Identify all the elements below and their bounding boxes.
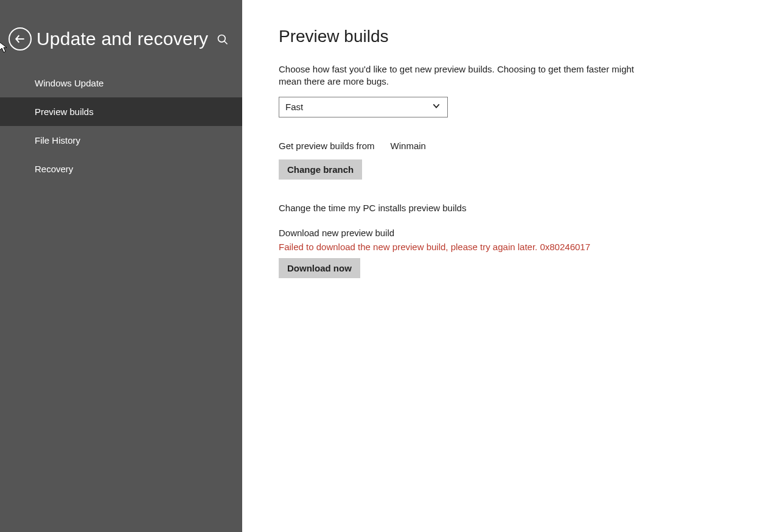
svg-line-1 <box>225 41 228 44</box>
sidebar-item-label: Windows Update <box>35 78 103 88</box>
build-speed-dropdown[interactable]: Fast <box>279 97 448 117</box>
search-icon <box>217 33 229 46</box>
sidebar-item-label: Preview builds <box>35 107 94 117</box>
search-button[interactable] <box>217 33 229 48</box>
build-speed-description: Choose how fast you'd like to get new pr… <box>279 63 644 88</box>
content-panel: Preview builds Choose how fast you'd lik… <box>242 0 680 532</box>
branch-label: Get preview builds from <box>279 141 375 151</box>
svg-point-0 <box>218 35 226 43</box>
sidebar-item-preview-builds[interactable]: Preview builds <box>0 97 242 126</box>
sidebar-item-file-history[interactable]: File History <box>0 126 242 155</box>
sidebar-title: Update and recovery <box>37 29 208 49</box>
sidebar-header: Update and recovery <box>0 0 242 69</box>
sidebar-nav: Windows Update Preview builds File Histo… <box>0 69 242 183</box>
chevron-down-icon <box>431 101 441 113</box>
branch-row: Get preview builds from Winmain <box>279 141 644 151</box>
download-now-button[interactable]: Download now <box>279 258 360 278</box>
download-error-message: Failed to download the new preview build… <box>279 242 644 252</box>
sidebar-item-label: File History <box>35 135 80 145</box>
back-button[interactable] <box>9 27 32 51</box>
download-heading: Download new preview build <box>279 228 644 238</box>
change-branch-button[interactable]: Change branch <box>279 159 362 180</box>
back-arrow-icon <box>14 33 26 45</box>
change-install-time-link[interactable]: Change the time my PC installs preview b… <box>279 203 644 213</box>
sidebar-panel: Update and recovery Windows Update Previ… <box>0 0 242 532</box>
page-title: Preview builds <box>279 27 644 46</box>
sidebar-item-label: Recovery <box>35 164 73 174</box>
sidebar-item-windows-update[interactable]: Windows Update <box>0 69 242 97</box>
dropdown-value: Fast <box>285 102 303 112</box>
branch-value: Winmain <box>391 141 426 151</box>
sidebar-item-recovery[interactable]: Recovery <box>0 155 242 183</box>
